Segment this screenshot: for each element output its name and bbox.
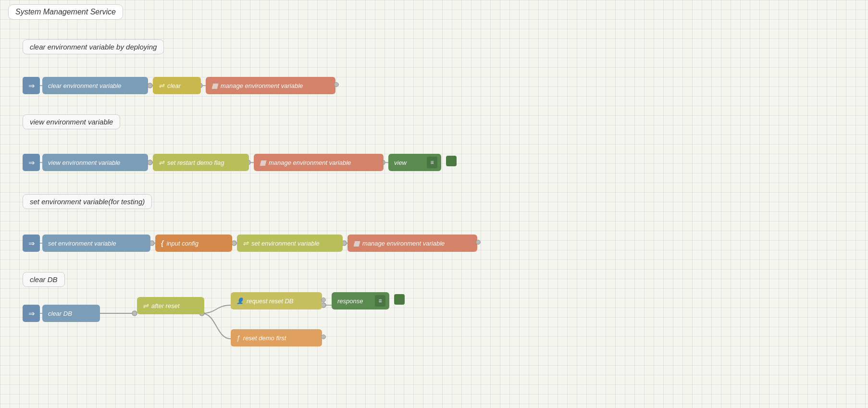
flow3-start-node[interactable]: ⇒ [23, 235, 40, 252]
svg-point-22 [132, 311, 137, 316]
flow4-response-node[interactable]: response ≡ [332, 292, 389, 309]
flow2-view-label: view [394, 159, 407, 166]
flow3-manage-env-node[interactable]: ▦ manage environment variable [347, 235, 477, 252]
flow4-reset-port [321, 334, 326, 339]
person-icon: 👤 [236, 297, 244, 304]
flow1-start-node[interactable]: ⇒ [23, 77, 40, 94]
shuffle-icon4: ⇌ [143, 302, 149, 309]
flow3-input-config-node[interactable]: { input config [155, 235, 232, 252]
arrow-icon4: ⇒ [28, 309, 35, 318]
group4-label: clear DB [23, 272, 65, 287]
flow4-clear-db-label: clear DB [48, 310, 72, 317]
flow2-restart-flag-label: set restart demo flag [167, 159, 224, 166]
flow-canvas: System Management Service clear environm… [0, 0, 868, 408]
flow4-response-label: response [337, 297, 363, 305]
arrow-icon2: ⇒ [28, 158, 35, 167]
flow3-set-env2-node[interactable]: ⇌ set environment variable [237, 235, 343, 252]
list-icon2: ≡ [378, 297, 382, 304]
group1-label: clear environment variable by deploying [23, 39, 164, 54]
list-button-flow4[interactable]: ≡ [375, 295, 385, 307]
flow2-view-env-node[interactable]: view environment variable [42, 154, 148, 171]
arrow-icon: ⇒ [28, 81, 35, 90]
flow3-input-config-label: input config [166, 240, 198, 247]
svg-point-18 [232, 241, 236, 246]
flow4-after-reset-label: after reset [151, 302, 180, 309]
table-icon1: ▦ [211, 82, 218, 89]
flow4-request-port [321, 297, 326, 302]
flow2-restart-flag-node[interactable]: ⇌ set restart demo flag [153, 154, 249, 171]
flow3-set-env2-label: set environment variable [251, 240, 320, 247]
group3-label: set environment variable(for testing) [23, 194, 152, 209]
flow2-manage-env-label: manage environment variable [269, 159, 351, 166]
flow1-clear-node[interactable]: ⇌ clear [153, 77, 201, 94]
flow4-request-reset-db-node[interactable]: 👤 request reset DB [231, 292, 322, 309]
shuffle-icon: ⇌ [159, 82, 164, 89]
flow1-clear-env-node[interactable]: clear environment variable [42, 77, 148, 94]
flow2-view-env-label: view environment variable [48, 159, 120, 166]
arrow-icon3: ⇒ [28, 239, 35, 248]
flow3-set-env-node[interactable]: set environment variable [42, 235, 150, 252]
group2-label: view environment variable [23, 114, 120, 129]
list-icon: ≡ [430, 159, 434, 166]
flow3-manage-port [476, 240, 481, 245]
brace-icon: { [161, 239, 163, 247]
flow4-after-reset-node[interactable]: ⇌ after reset [137, 297, 204, 314]
table-icon2: ▦ [260, 159, 266, 166]
svg-point-10 [148, 160, 152, 165]
svg-point-4 [148, 83, 152, 88]
flow4-request-reset-db-label: request reset DB [247, 297, 294, 305]
flow1-manage-port [334, 82, 339, 87]
flow1-clear-env-label: clear environment variable [48, 82, 121, 89]
flow2-green-dot [446, 156, 457, 166]
flow4-reset-demo-node[interactable]: ƒ reset demo first [231, 329, 322, 346]
flow2-start-node[interactable]: ⇒ [23, 154, 40, 171]
flow2-view-node[interactable]: view ≡ [388, 154, 441, 171]
flow4-green-dot [394, 294, 405, 305]
flow4-clear-db-node[interactable]: clear DB [42, 305, 100, 322]
flow3-set-env-label: set environment variable [48, 240, 116, 247]
flow1-manage-env-node[interactable]: ▦ manage environment variable [206, 77, 335, 94]
flow4-reset-demo-label: reset demo first [243, 334, 286, 342]
flow1-clear-label: clear [167, 82, 181, 89]
service-header-label: System Management Service [8, 4, 123, 20]
table-icon3: ▦ [353, 239, 360, 247]
shuffle-icon3: ⇌ [243, 239, 248, 247]
list-button-flow2[interactable]: ≡ [427, 157, 437, 168]
flow1-manage-env-label: manage environment variable [221, 82, 303, 89]
flow4-start-node[interactable]: ⇒ [23, 305, 40, 322]
func-icon: ƒ [236, 334, 240, 342]
flow2-manage-env-node[interactable]: ▦ manage environment variable [254, 154, 384, 171]
flow3-manage-env-label: manage environment variable [362, 240, 445, 247]
shuffle-icon2: ⇌ [159, 159, 164, 166]
